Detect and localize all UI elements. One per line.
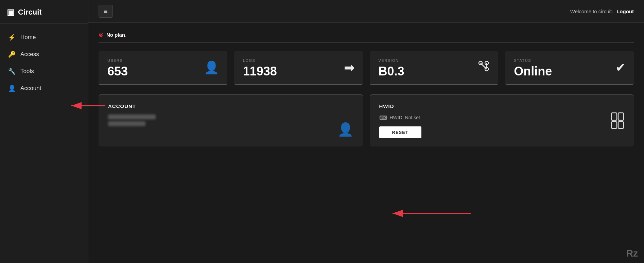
account-card-title: ACCOUNT [108, 103, 353, 109]
keyboard-icon: ⌨ [379, 115, 387, 121]
account-card: ACCOUNT 👤 [99, 94, 363, 146]
header-right: Welcome to circuit. Logout [570, 8, 634, 14]
sidebar-item-access[interactable]: 🔑 Access [0, 46, 88, 63]
home-icon: ⚡ [8, 34, 16, 41]
sidebar-item-home-label: Home [20, 34, 36, 41]
hwid-card-icon [611, 112, 624, 129]
sidebar-item-access-label: Access [20, 51, 39, 58]
stat-value-version: B0.3 [379, 65, 490, 78]
main-content: ≡ Welcome to circuit. Logout ⊗ No plan. … [88, 0, 644, 263]
no-plan-icon: ⊗ [99, 31, 104, 38]
stat-icon-version [477, 59, 490, 75]
app-logo: ▣ Circuit [0, 0, 88, 23]
blurred-line-2 [108, 121, 145, 126]
stat-card-logs: LOGS 11938 ➡ [234, 51, 363, 85]
hwid-value: HWID: Not set [390, 115, 420, 120]
hwid-card-title: HWID [379, 103, 625, 109]
logo-icon: ▣ [7, 7, 15, 17]
watermark: Rz [626, 248, 638, 259]
svg-rect-6 [618, 113, 624, 120]
divider [99, 42, 634, 43]
header-left: ≡ [99, 5, 113, 18]
no-plan-dot: . [125, 32, 126, 38]
sidebar-item-home[interactable]: ⚡ Home [0, 29, 88, 46]
stat-icon-status: ✔ [615, 60, 626, 75]
account-person-icon: 👤 [337, 122, 353, 137]
no-plan-text: No plan. [106, 32, 126, 38]
stat-value-logs: 11938 [243, 65, 354, 78]
blurred-line-1 [108, 115, 156, 119]
svg-rect-8 [618, 122, 624, 128]
stat-card-users: USERS 653 👤 [99, 51, 227, 85]
no-plan-banner: ⊗ No plan. [99, 31, 634, 38]
sidebar-item-tools-label: Tools [20, 68, 34, 75]
stat-card-status: STATUS Online ✔ [505, 51, 634, 85]
hwid-card: HWID ⌨ HWID: Not set RESET [370, 94, 634, 146]
stat-card-version: VERSION B0.3 [370, 51, 499, 85]
account-icon: 👤 [8, 85, 16, 92]
stat-label-status: STATUS [514, 58, 625, 63]
key-icon: 🔑 [8, 51, 16, 58]
stat-value-status: Online [514, 65, 625, 78]
reset-button[interactable]: RESET [379, 126, 421, 138]
hamburger-button[interactable]: ≡ [99, 5, 113, 18]
hwid-label: ⌨ HWID: Not set [379, 115, 625, 121]
logout-button[interactable]: Logout [616, 8, 634, 14]
sidebar-item-account[interactable]: 👤 Account [0, 80, 88, 97]
stat-label-version: VERSION [379, 58, 490, 63]
stat-icon-users: 👤 [204, 60, 219, 75]
stat-value-users: 653 [107, 65, 219, 78]
header: ≡ Welcome to circuit. Logout [88, 0, 644, 23]
stat-label-users: USERS [107, 58, 219, 63]
welcome-text: Welcome to circuit. [570, 8, 613, 14]
sidebar: ▣ Circuit ⚡ Home 🔑 Access 🔧 Tools 👤 Acco… [0, 0, 88, 263]
svg-rect-7 [611, 122, 617, 128]
stat-label-logs: LOGS [243, 58, 354, 63]
stat-icon-logs: ➡ [344, 60, 355, 75]
svg-rect-5 [611, 113, 617, 120]
sidebar-item-account-label: Account [20, 85, 41, 92]
tools-icon: 🔧 [8, 68, 16, 75]
sidebar-nav: ⚡ Home 🔑 Access 🔧 Tools 👤 Account [0, 23, 88, 102]
sidebar-item-tools[interactable]: 🔧 Tools [0, 63, 88, 80]
bottom-row: ACCOUNT 👤 HWID ⌨ HWID: Not set RESET [99, 94, 634, 146]
hamburger-icon: ≡ [104, 8, 108, 15]
account-blurred-lines [108, 115, 353, 126]
stats-row: USERS 653 👤 LOGS 11938 ➡ VERSION B0.3 [99, 51, 634, 85]
page-content: ⊗ No plan. USERS 653 👤 LOGS 11938 ➡ VERS… [88, 23, 644, 263]
app-name: Circuit [18, 8, 42, 17]
